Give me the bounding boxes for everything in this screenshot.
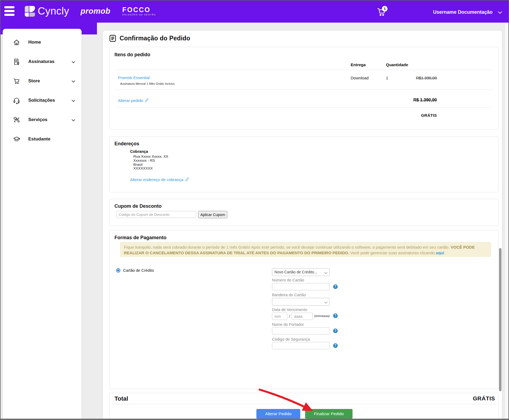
coupon-card: Cupom de Desconto Aplicar Cupom xyxy=(109,199,499,226)
sidebar-item-servicos[interactable]: Serviços xyxy=(3,110,82,129)
finish-order-button[interactable]: Finalizar Pedido xyxy=(305,409,353,419)
sidebar-item-label: Solicitações xyxy=(28,98,55,103)
coupon-code-input[interactable] xyxy=(116,211,196,218)
sidebar-item-solicitacoes[interactable]: Solicitações xyxy=(3,91,82,110)
billing-address-line: Rua Xxxxx Xxxxx, XX xyxy=(133,154,168,158)
headset-icon xyxy=(13,97,20,104)
order-items-card: Itens do pedido Entrega Quantidade Promo… xyxy=(109,47,499,130)
sidebar-item-label: Home xyxy=(28,40,41,45)
total-value: GRÁTIS xyxy=(473,395,495,402)
column-header-quantity: Quantidade xyxy=(386,62,408,67)
divider xyxy=(111,404,497,404)
alter-billing-address-link[interactable]: Alterar endereço de cobrança xyxy=(130,177,189,182)
product-link[interactable]: Promob Essential xyxy=(118,75,150,80)
alter-order-button[interactable]: Alterar Pedido xyxy=(256,409,300,419)
brand-logos: Cyncly promob FOCCO SOLUÇÕES DE GESTÃO xyxy=(25,5,156,17)
security-code-input[interactable] xyxy=(272,342,330,349)
help-icon[interactable]: ? xyxy=(333,284,338,289)
sidebar-item-home[interactable]: Home xyxy=(3,33,82,52)
cart-icon xyxy=(376,13,386,17)
sidebar-item-label: Serviços xyxy=(28,117,47,122)
graduation-cap-icon xyxy=(13,136,20,143)
focco-logo-subtext: SOLUÇÕES DE GESTÃO xyxy=(122,13,156,16)
credit-card-radio-label: Cartão de Crédito xyxy=(123,268,154,273)
card-number-label: Número do Cartão xyxy=(272,278,304,282)
card-brand-select[interactable] xyxy=(272,298,330,306)
help-icon[interactable]: ? xyxy=(333,313,338,318)
help-icon[interactable]: ? xyxy=(333,329,338,333)
expiry-year-input[interactable] xyxy=(292,313,313,320)
holder-name-label: Nome do Portador xyxy=(272,322,304,327)
chevron-down-icon xyxy=(72,79,75,83)
focco-logo-text: FOCCO xyxy=(122,6,156,13)
sidebar-item-label: Store xyxy=(28,78,40,84)
apply-coupon-button[interactable]: Aplicar Cupom xyxy=(198,211,227,218)
product-description: Assinatura Mensal 1 Mês Grátis incluso. xyxy=(120,82,175,85)
main-content: Confirmação do Pedido Itens do pedido En… xyxy=(103,31,502,420)
pencil-icon xyxy=(185,177,189,182)
total-title: Total xyxy=(114,395,128,402)
chevron-down-icon xyxy=(324,271,327,274)
pencil-icon xyxy=(145,98,149,103)
cyncly-logo-text: Cyncly xyxy=(38,5,69,17)
billing-address-line: Brasil xyxy=(133,163,142,167)
chevron-down-icon xyxy=(72,118,75,121)
promob-logo-text: promob xyxy=(81,7,110,16)
cyncly-logo-icon xyxy=(25,6,35,17)
cart-button[interactable]: 1 xyxy=(376,7,389,19)
billing-address-line: Xxxxxxx - RS xyxy=(133,158,155,163)
page-scrollbar-track[interactable] xyxy=(504,23,508,420)
page-title: Confirmação do Pedido xyxy=(120,35,190,42)
manage-subscriptions-link[interactable]: aqui xyxy=(436,250,444,255)
item-price-strikethrough: R$1.390,00 xyxy=(416,76,437,80)
expiry-label: Data de Vencimento xyxy=(272,308,307,312)
chevron-down-icon xyxy=(324,300,327,303)
sidebar-item-store[interactable]: Store xyxy=(3,71,82,91)
card-number-input[interactable] xyxy=(272,283,330,290)
sidebar-item-estudante[interactable]: Estudante xyxy=(3,129,82,149)
chevron-down-icon xyxy=(498,10,502,14)
expiry-separator: / xyxy=(289,314,290,319)
hamburger-menu-icon[interactable] xyxy=(4,6,15,17)
page-header: Confirmação do Pedido xyxy=(109,34,190,42)
store-cart-icon xyxy=(13,77,20,85)
saved-card-select-value: Novo Cartão de Crédito... xyxy=(274,270,317,274)
payment-title: Formas de Pagamento xyxy=(114,235,166,241)
trial-notice-text: Fique tranquilo, nada será cobrado duran… xyxy=(124,245,451,249)
trial-notice: Fique tranquilo, nada será cobrado duran… xyxy=(120,242,491,257)
credit-card-radio[interactable] xyxy=(116,268,120,273)
sidebar-item-label: Assinaturas xyxy=(28,59,54,64)
chevron-down-icon xyxy=(72,60,75,63)
saved-card-select[interactable]: Novo Cartão de Crédito... xyxy=(272,268,330,276)
expiry-month-input[interactable] xyxy=(272,313,287,320)
user-name: Username Documentação xyxy=(433,9,493,15)
divider xyxy=(114,90,494,90)
alter-order-label: Alterar pedido xyxy=(118,98,143,103)
billing-label: Cobrança xyxy=(130,149,148,154)
chevron-down-icon xyxy=(72,98,75,102)
coupon-title: Cupom de Desconto xyxy=(114,203,162,209)
help-icon[interactable]: ? xyxy=(333,343,338,348)
order-items-title: Itens do pedido xyxy=(114,52,150,58)
sidebar-item-label: Estudante xyxy=(28,136,50,142)
column-header-delivery: Entrega xyxy=(351,62,366,67)
tools-icon xyxy=(13,116,20,123)
sidebar-item-assinaturas[interactable]: Assinaturas xyxy=(3,52,82,71)
user-menu[interactable]: Username Documentação xyxy=(433,9,501,15)
home-icon xyxy=(13,39,20,46)
expiry-format-hint: (mm/aaaa) xyxy=(314,314,330,317)
holder-name-input[interactable] xyxy=(272,327,330,334)
subscriptions-icon xyxy=(13,58,20,65)
focco-logo: FOCCO SOLUÇÕES DE GESTÃO xyxy=(122,6,156,16)
payment-card: Formas de Pagamento Fique tranquilo, nad… xyxy=(109,230,499,389)
alter-order-link[interactable]: Alterar pedido xyxy=(118,98,149,103)
card-brand-label: Bandeira do Cartão xyxy=(272,293,306,297)
content-scrollbar-thumb[interactable] xyxy=(499,248,501,391)
sidebar-nav: Home Assinaturas Store Solicitações xyxy=(3,29,82,419)
top-header: Cyncly promob FOCCO SOLUÇÕES DE GESTÃO 1… xyxy=(1,1,508,23)
divider xyxy=(114,70,494,70)
order-free-label: GRÁTIS xyxy=(421,113,437,118)
order-document-icon xyxy=(109,34,116,42)
item-delivery-value: Download xyxy=(351,76,369,80)
addresses-card: Endereços Cobrança Rua Xxxxx Xxxxx, XX X… xyxy=(109,136,499,192)
